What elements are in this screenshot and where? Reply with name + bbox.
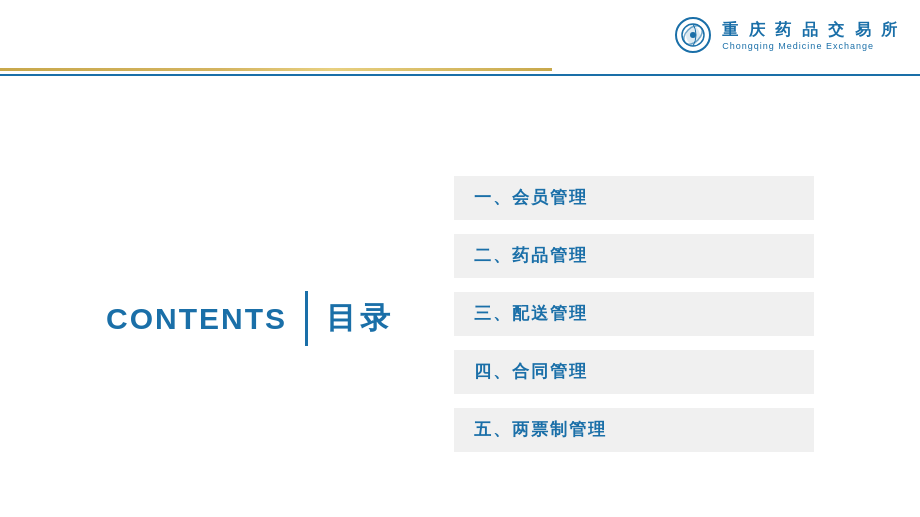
main-content: CONTENTS 目录 一、会员管理二、药品管理三、配送管理四、合同管理五、两票… (0, 100, 920, 517)
logo-area: 重 庆 药 品 交 易 所 Chongqing Medicine Exchang… (674, 16, 900, 54)
svg-point-3 (690, 32, 696, 38)
contents-label: CONTENTS (106, 302, 287, 336)
menu-item[interactable]: 五、两票制管理 (454, 408, 814, 452)
blue-line (0, 74, 920, 76)
menu-item-text: 二、药品管理 (474, 244, 588, 267)
menu-list: 一、会员管理二、药品管理三、配送管理四、合同管理五、两票制管理 (454, 176, 814, 452)
menu-item-text: 一、会员管理 (474, 186, 588, 209)
mulu-label: 目录 (326, 298, 394, 339)
menu-item-text: 三、配送管理 (474, 302, 588, 325)
menu-item-text: 五、两票制管理 (474, 418, 607, 441)
header-lines (0, 68, 920, 76)
menu-item[interactable]: 四、合同管理 (454, 350, 814, 394)
menu-item[interactable]: 三、配送管理 (454, 292, 814, 336)
vertical-divider (305, 291, 308, 346)
menu-item[interactable]: 二、药品管理 (454, 234, 814, 278)
logo-cn: 重 庆 药 品 交 易 所 (722, 20, 900, 41)
menu-item[interactable]: 一、会员管理 (454, 176, 814, 220)
logo-en: Chongqing Medicine Exchange (722, 41, 874, 51)
header: 重 庆 药 品 交 易 所 Chongqing Medicine Exchang… (0, 0, 920, 70)
left-panel: CONTENTS 目录 (106, 291, 394, 346)
logo-text: 重 庆 药 品 交 易 所 Chongqing Medicine Exchang… (722, 20, 900, 51)
gold-line (0, 68, 552, 71)
menu-item-text: 四、合同管理 (474, 360, 588, 383)
logo-icon (674, 16, 712, 54)
